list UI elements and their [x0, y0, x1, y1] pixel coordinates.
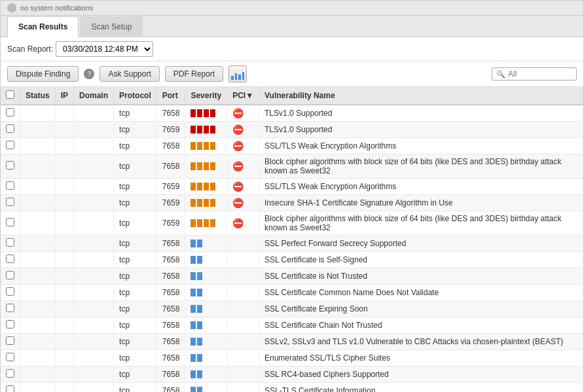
row-checkbox[interactable] [6, 353, 14, 361]
search-icon: 🔍 [496, 70, 505, 79]
row-checkbox[interactable] [6, 161, 14, 169]
col-ip[interactable]: IP [55, 87, 73, 105]
severity-bars [191, 387, 221, 392]
search-input[interactable] [508, 69, 572, 79]
dispute-finding-button[interactable]: Dispute Finding [7, 66, 79, 82]
row-domain [74, 236, 114, 252]
row-protocol: tcp [114, 268, 157, 285]
severity-bars [191, 109, 221, 117]
row-checkbox[interactable] [6, 218, 14, 226]
table-row: tcp 7658 SSL Certificate Expiring Soon [1, 301, 583, 317]
row-checkbox-cell [1, 268, 20, 285]
row-pci: ⛔ [227, 122, 259, 138]
row-checkbox-cell [1, 154, 20, 179]
row-ip [55, 122, 73, 138]
action-toolbar: Dispute Finding ? Ask Support PDF Report… [1, 62, 583, 87]
select-all-checkbox[interactable] [6, 90, 14, 99]
severity-bars [191, 183, 221, 190]
row-checkbox[interactable] [6, 287, 14, 296]
row-status [20, 317, 56, 334]
row-vuln-name: Insecure SHA-1 Certificate Signature Alg… [259, 195, 583, 211]
row-checkbox[interactable] [6, 320, 14, 329]
row-pci [227, 317, 259, 334]
row-severity [185, 268, 227, 285]
row-severity [185, 350, 227, 366]
row-status [20, 122, 56, 138]
row-port: 7658 [156, 105, 185, 122]
table-row: tcp 7658 SSL Perfect Forward Secrecy Sup… [1, 236, 583, 252]
row-ip [55, 211, 73, 236]
row-checkbox[interactable] [6, 369, 14, 378]
report-toolbar: Scan Report: 03/30/2018 12:48 PM [1, 37, 583, 62]
row-domain [74, 122, 114, 138]
row-vuln-name: SSL/TLS Weak Encryption Algorithms [259, 138, 583, 154]
app-icon [7, 3, 16, 12]
col-vuln-name[interactable]: Vulnerability Name [259, 87, 583, 105]
report-selector: Scan Report: 03/30/2018 12:48 PM [7, 41, 153, 57]
row-port: 7658 [156, 366, 185, 383]
row-checkbox-cell [1, 122, 20, 138]
severity-bars [191, 256, 221, 264]
col-domain[interactable]: Domain [74, 87, 114, 105]
report-dropdown[interactable]: 03/30/2018 12:48 PM [56, 41, 153, 57]
help-icon[interactable]: ? [84, 69, 94, 79]
row-pci: ⛔ [227, 211, 259, 236]
row-severity [185, 366, 227, 383]
tab-scan-results[interactable]: Scan Results [7, 16, 79, 37]
row-port: 7658 [156, 350, 185, 366]
row-checkbox[interactable] [6, 238, 14, 247]
table-body: tcp 7658 ⛔ TLSv1.0 Supported tcp 7659 ⛔ … [1, 105, 583, 392]
row-status [20, 334, 56, 350]
severity-bars [191, 289, 221, 296]
ask-support-button[interactable]: Ask Support [100, 66, 159, 82]
pdf-report-button[interactable]: PDF Report [165, 66, 223, 82]
row-severity [185, 252, 227, 268]
results-table: Status IP Domain Protocol Port [1, 87, 583, 392]
row-checkbox[interactable] [6, 304, 14, 312]
severity-bars [191, 126, 221, 134]
col-port[interactable]: Port [156, 87, 185, 105]
table-row: tcp 7658 SSL-TLS Certificate Information [1, 383, 583, 393]
row-protocol: tcp [114, 236, 157, 252]
row-checkbox-cell [1, 301, 20, 317]
col-status[interactable]: Status [20, 87, 56, 105]
table-row: tcp 7658 SSL Certificate is Self-Signed [1, 252, 583, 268]
row-checkbox[interactable] [6, 181, 14, 190]
col-pci[interactable]: PCI▼ [227, 87, 259, 105]
row-vuln-name: TLSv1.0 Supported [259, 105, 583, 122]
severity-bars [191, 142, 221, 150]
row-domain [74, 301, 114, 317]
row-pci: ⛔ [227, 154, 259, 179]
col-protocol[interactable]: Protocol [114, 87, 157, 105]
row-vuln-name: SSL Certificate is Not Trusted [259, 268, 583, 285]
row-checkbox[interactable] [6, 336, 14, 345]
table-row: tcp 7658 SSL Certificate Chain Not Trust… [1, 317, 583, 334]
row-pci: ⛔ [227, 138, 259, 154]
row-checkbox[interactable] [6, 108, 14, 116]
tab-scan-setup[interactable]: Scan Setup [80, 16, 143, 37]
col-severity[interactable]: Severity [185, 87, 227, 105]
row-status [20, 154, 56, 179]
row-checkbox[interactable] [6, 385, 14, 392]
row-protocol: tcp [114, 105, 157, 122]
main-window: no system notifications Scan Results Sca… [0, 0, 584, 392]
table-row: tcp 7658 ⛔ Block cipher algorithms with … [1, 154, 583, 179]
row-checkbox[interactable] [6, 124, 14, 133]
row-status [20, 211, 56, 236]
row-port: 7659 [156, 195, 185, 211]
row-status [20, 236, 56, 252]
title-bar: no system notifications [1, 1, 583, 16]
row-checkbox-cell [1, 252, 20, 268]
row-checkbox[interactable] [6, 141, 14, 149]
row-checkbox[interactable] [6, 198, 14, 206]
row-checkbox[interactable] [6, 271, 14, 279]
row-ip [55, 154, 73, 179]
chart-button[interactable] [228, 65, 247, 82]
severity-bars [191, 199, 221, 207]
row-checkbox[interactable] [6, 255, 14, 263]
severity-bars [191, 162, 221, 170]
row-checkbox-cell [1, 317, 20, 334]
severity-bars [191, 338, 221, 346]
severity-bars [191, 272, 221, 280]
row-severity [185, 195, 227, 211]
